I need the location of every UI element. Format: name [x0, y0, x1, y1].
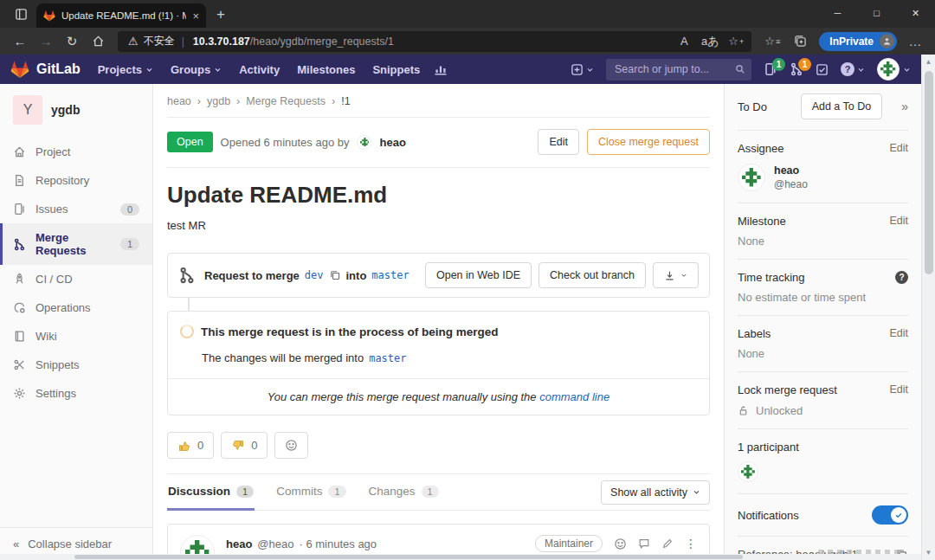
- merge-requests-counter[interactable]: 1: [790, 62, 803, 76]
- address-bar[interactable]: ⚠ 不安全 | 10.3.70.187 /heao/ygdb/merge_req…: [118, 31, 751, 52]
- sidebar-item-label: Project: [35, 145, 70, 158]
- user-menu-button[interactable]: [877, 58, 911, 80]
- scroll-up-arrow[interactable]: ▲: [925, 55, 932, 69]
- nav-projects[interactable]: Projects: [98, 63, 153, 76]
- search-input[interactable]: [606, 59, 751, 80]
- sidebar-item-merge-requests[interactable]: Merge Requests 1: [0, 223, 152, 265]
- reply-comment-icon[interactable]: [638, 537, 650, 550]
- commenter-name[interactable]: heao: [226, 537, 252, 550]
- sidebar-item-cicd[interactable]: CI / CD: [0, 265, 152, 293]
- close-merge-request-button[interactable]: Close merge request: [587, 129, 710, 155]
- tab-commits[interactable]: Commits 1: [275, 474, 346, 511]
- sidebar-item-settings[interactable]: Settings: [0, 379, 152, 408]
- close-window-button[interactable]: ✕: [896, 0, 935, 26]
- tab-discussion[interactable]: Discussion 1: [167, 474, 255, 511]
- minimize-button[interactable]: ─: [818, 0, 857, 26]
- home-button[interactable]: [87, 31, 109, 52]
- sidebar-item-label: Snippets: [35, 358, 80, 371]
- target-branch-link[interactable]: master: [371, 269, 409, 281]
- download-dropdown-button[interactable]: [653, 262, 699, 288]
- command-line-link[interactable]: command line: [539, 390, 609, 403]
- collections-icon[interactable]: [788, 32, 812, 51]
- edit-labels-link[interactable]: Edit: [889, 327, 908, 340]
- sidebar-item-repository[interactable]: Repository: [0, 166, 152, 195]
- analytics-chart-icon[interactable]: [434, 62, 448, 76]
- add-todo-button[interactable]: Add a To Do: [801, 93, 883, 119]
- nav-groups[interactable]: Groups: [171, 63, 222, 76]
- edit-milestone-link[interactable]: Edit: [889, 215, 908, 228]
- assignee-avatar[interactable]: [738, 164, 765, 191]
- show-all-activity-button[interactable]: Show all activity: [601, 480, 710, 505]
- issues-counter[interactable]: 1: [764, 62, 777, 76]
- tab-count: 1: [328, 486, 345, 498]
- status-badge: Open: [167, 132, 213, 152]
- sidebar-item-issues[interactable]: Issues 0: [0, 195, 152, 223]
- sidebar-item-snippets[interactable]: Snippets: [0, 351, 152, 379]
- participant-avatar[interactable]: [738, 461, 758, 482]
- checkout-branch-button[interactable]: Check out branch: [538, 262, 646, 288]
- scroll-down-arrow[interactable]: ▼: [925, 545, 932, 560]
- nav-snippets[interactable]: Snippets: [372, 63, 420, 76]
- favorites-bar-icon[interactable]: ☆≡: [760, 32, 784, 51]
- gitlab-logo[interactable]: GitLab: [10, 60, 81, 79]
- notifications-toggle[interactable]: [872, 505, 908, 525]
- open-web-ide-button[interactable]: Open in Web IDE: [425, 262, 532, 288]
- sidebar-item-project[interactable]: Project: [0, 138, 152, 166]
- tab-close-icon[interactable]: ×: [192, 10, 199, 23]
- read-aloud-icon[interactable]: A: [672, 32, 696, 51]
- thumbs-down-icon: [231, 439, 245, 453]
- edit-assignee-link[interactable]: Edit: [889, 142, 908, 155]
- home-icon: [13, 145, 26, 158]
- chevron-down-icon: [680, 272, 687, 279]
- tab-label: Commits: [276, 485, 322, 498]
- gitlab-favicon: [43, 10, 55, 22]
- breadcrumb-item-current[interactable]: !1: [341, 95, 350, 107]
- breadcrumb-item[interactable]: heao: [167, 95, 191, 107]
- edit-button[interactable]: Edit: [538, 129, 579, 155]
- assignee-name[interactable]: heao: [774, 164, 808, 177]
- maximize-button[interactable]: □: [857, 0, 896, 26]
- more-actions-icon[interactable]: ⋮: [685, 537, 697, 550]
- new-menu-button[interactable]: [571, 63, 594, 76]
- browser-tab[interactable]: Update README.md (!1) · Merge ×: [36, 3, 206, 28]
- comment-timestamp[interactable]: · 6 minutes ago: [299, 537, 377, 550]
- todos-button[interactable]: [816, 63, 829, 76]
- add-favorite-icon[interactable]: ☆+: [724, 32, 748, 51]
- refresh-button[interactable]: ↻: [61, 31, 83, 52]
- source-branch-link[interactable]: dev: [305, 269, 324, 281]
- help-menu-button[interactable]: ?: [841, 62, 865, 76]
- star-icon: ☆: [764, 35, 775, 48]
- tab-workspaces-icon[interactable]: [9, 2, 33, 26]
- thumbs-down-button[interactable]: 0: [221, 432, 268, 459]
- add-reaction-icon[interactable]: [614, 537, 627, 550]
- translate-icon[interactable]: aあ: [698, 32, 722, 51]
- edit-comment-icon[interactable]: [661, 537, 674, 550]
- tab-changes[interactable]: Changes 1: [368, 474, 440, 511]
- project-header[interactable]: Y ygdb: [0, 84, 152, 138]
- collapse-aside-icon[interactable]: »: [893, 100, 908, 113]
- scrollbar-thumb[interactable]: [74, 555, 743, 559]
- vertical-scrollbar[interactable]: ▲ ▼: [921, 55, 935, 560]
- back-button[interactable]: ←: [9, 31, 31, 52]
- scrollbar-thumb[interactable]: [925, 71, 933, 274]
- sidebar-item-operations[interactable]: Operations: [0, 293, 152, 322]
- browser-menu-icon[interactable]: …: [904, 31, 926, 52]
- inprivate-badge[interactable]: InPrivate: [819, 32, 897, 51]
- horizontal-scrollbar[interactable]: [0, 554, 921, 560]
- new-tab-button[interactable]: +: [216, 6, 225, 23]
- smiley-icon: [285, 439, 298, 452]
- thumbs-up-button[interactable]: 0: [167, 432, 214, 459]
- sidebar-item-wiki[interactable]: Wiki: [0, 322, 152, 351]
- nav-milestones[interactable]: Milestones: [297, 63, 355, 76]
- breadcrumb: heao › ygdb › Merge Requests › !1: [167, 93, 710, 118]
- target-branch-link[interactable]: master: [369, 352, 406, 364]
- breadcrumb-item[interactable]: Merge Requests: [246, 95, 326, 107]
- help-icon[interactable]: ?: [895, 271, 908, 284]
- nav-activity[interactable]: Activity: [239, 63, 280, 76]
- forward-button[interactable]: →: [35, 31, 57, 52]
- edit-lock-link[interactable]: Edit: [889, 383, 908, 396]
- breadcrumb-item[interactable]: ygdb: [207, 95, 230, 107]
- add-emoji-button[interactable]: [274, 432, 308, 459]
- author-name[interactable]: heao: [379, 136, 405, 149]
- copy-branch-icon[interactable]: [329, 269, 341, 281]
